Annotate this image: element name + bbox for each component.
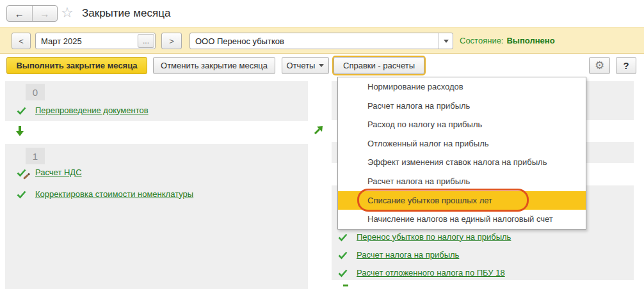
operation-row: Перепроведение документов bbox=[17, 104, 149, 116]
references-calculations-button[interactable]: Справки - расчеты bbox=[334, 57, 424, 74]
menu-item[interactable]: Расчет налога на прибыль bbox=[338, 97, 586, 116]
settings-button[interactable]: ⚙ bbox=[589, 57, 610, 74]
status-value: Выполнено bbox=[506, 36, 554, 45]
menu-item[interactable]: Нормирование расходов bbox=[338, 77, 586, 97]
menu-item[interactable]: Расчет налога на прибыль bbox=[338, 172, 586, 191]
chevron-down-icon bbox=[319, 64, 324, 67]
previous-period-button[interactable]: < bbox=[12, 33, 31, 49]
back-arrow-icon: ← bbox=[15, 8, 24, 19]
closing-status: Состояние:Выполнено bbox=[460, 36, 555, 45]
page-title: Закрытие месяца bbox=[82, 7, 170, 20]
left-section-1-block: 1 Расчет НДС Корректировка стоимости ном… bbox=[5, 144, 308, 289]
menu-item[interactable]: Начисление налогов на единый налоговый с… bbox=[338, 210, 586, 229]
flow-up-right-arrow-icon bbox=[314, 125, 324, 135]
check-icon bbox=[17, 106, 26, 114]
menu-item[interactable]: Расход по налогу на прибыль bbox=[338, 115, 586, 134]
back-button[interactable]: ← bbox=[7, 6, 33, 21]
forward-arrow-icon: → bbox=[40, 8, 49, 19]
operation-link[interactable]: Перепроведение документов bbox=[35, 105, 149, 115]
check-icon bbox=[338, 251, 348, 259]
reports-menu-button[interactable]: Отчеты bbox=[282, 57, 329, 74]
operation-row: Расчет налога на прибыль bbox=[338, 246, 627, 263]
left-section-0-block: 0 Перепроведение документов bbox=[5, 81, 308, 121]
cancel-closing-button[interactable]: Отменить закрытие месяца bbox=[153, 57, 275, 74]
organization-dropdown-button[interactable] bbox=[439, 33, 453, 49]
check-icon bbox=[17, 190, 26, 198]
flow-down-arrow-partial-icon bbox=[343, 285, 348, 286]
operation-row: Расчет отложенного налога по ПБУ 18 bbox=[338, 263, 627, 281]
menu-item[interactable]: Отложенный налог на прибыль bbox=[338, 134, 586, 153]
period-value: Март 2025 bbox=[36, 36, 138, 46]
window-header: ← → ☆ Закрытие месяца bbox=[0, 0, 644, 27]
section-number-badge: 1 bbox=[26, 148, 45, 164]
status-label: Состояние: bbox=[460, 36, 503, 45]
check-icon bbox=[338, 233, 348, 241]
operation-link[interactable]: Расчет налога на прибыль bbox=[357, 250, 459, 260]
check-icon bbox=[338, 269, 348, 277]
operation-link[interactable]: Расчет НДС bbox=[35, 168, 82, 177]
next-period-button[interactable]: > bbox=[161, 33, 182, 49]
flow-down-arrow-icon bbox=[15, 125, 24, 137]
chevron-down-icon bbox=[444, 40, 449, 43]
toolbar: Выполнить закрытие месяца Отменить закры… bbox=[0, 54, 644, 77]
operation-row: Расчет НДС bbox=[17, 166, 82, 178]
favorite-star-icon[interactable]: ☆ bbox=[61, 4, 74, 21]
reports-label: Отчеты bbox=[287, 61, 316, 70]
section-number-badge: 0 bbox=[26, 84, 45, 100]
period-field[interactable]: Март 2025 ... bbox=[35, 33, 156, 49]
period-picker-button[interactable]: ... bbox=[138, 34, 154, 48]
operation-row: Перенос убытков по налогу на прибыль bbox=[338, 228, 627, 246]
history-nav: ← → bbox=[6, 5, 58, 22]
period-band: < Март 2025 ... > ООО Перенос убытков Со… bbox=[0, 27, 644, 54]
references-calculations-menu: Нормирование расходовРасчет налога на пр… bbox=[337, 77, 586, 230]
operation-link[interactable]: Перенос убытков по налогу на прибыль bbox=[357, 232, 511, 242]
forward-button[interactable]: → bbox=[33, 6, 58, 21]
perform-closing-button[interactable]: Выполнить закрытие месяца bbox=[6, 57, 147, 74]
organization-value: ООО Перенос убытков bbox=[190, 36, 439, 46]
menu-item[interactable]: Списание убытков прошлых лет bbox=[338, 191, 586, 210]
operation-row: Корректировка стоимости номенклатуры bbox=[17, 188, 193, 199]
month-closing-window: ← → ☆ Закрытие месяца < Март 2025 ... > … bbox=[0, 0, 644, 289]
menu-item[interactable]: Эффект изменения ставок налога на прибыл… bbox=[338, 153, 586, 172]
help-button[interactable]: ? bbox=[616, 57, 636, 74]
organization-select[interactable]: ООО Перенос убытков bbox=[189, 33, 453, 49]
gear-icon: ⚙ bbox=[595, 59, 604, 72]
operation-link[interactable]: Расчет отложенного налога по ПБУ 18 bbox=[357, 268, 505, 277]
check-pencil-icon bbox=[17, 168, 26, 176]
operation-link[interactable]: Корректировка стоимости номенклатуры bbox=[35, 189, 193, 199]
